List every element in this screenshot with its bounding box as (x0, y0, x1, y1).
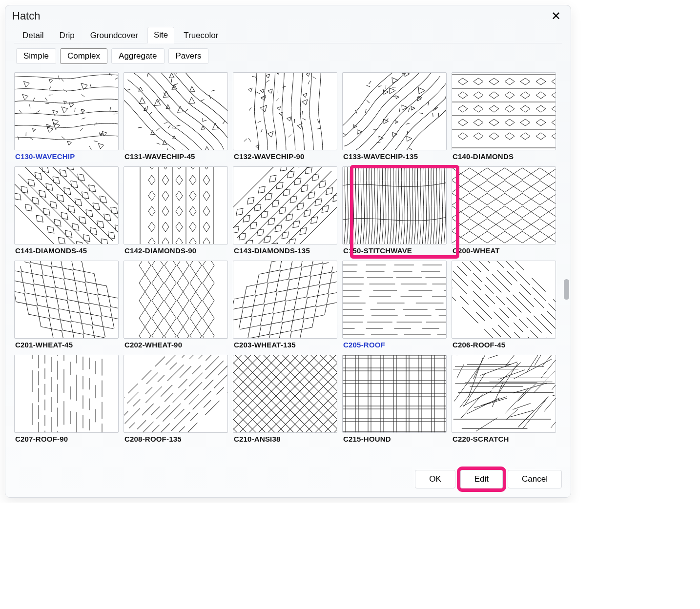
svg-line-80 (261, 129, 263, 132)
svg-line-195 (124, 355, 192, 410)
svg-line-52 (157, 100, 160, 102)
svg-line-36 (167, 125, 170, 128)
svg-line-33 (201, 118, 205, 122)
tab-site[interactable]: Site (147, 27, 174, 43)
pattern-cell: C201-WHEAT-45 (14, 261, 119, 353)
tab-groundcover[interactable]: Groundcover (84, 27, 144, 43)
pattern-cell: C141-DIAMONDS-45 (14, 166, 119, 259)
svg-line-61 (248, 138, 250, 142)
pattern-thumb-c142-diamonds-90[interactable] (124, 166, 228, 244)
subtab-complex[interactable]: Complex (60, 48, 107, 64)
subtab-pavers[interactable]: Pavers (168, 48, 209, 64)
svg-line-30 (223, 121, 226, 124)
svg-line-194 (124, 355, 197, 415)
svg-line-329 (513, 404, 530, 410)
svg-line-190 (134, 355, 214, 432)
svg-line-310 (493, 363, 521, 389)
svg-line-79 (302, 111, 303, 115)
pattern-thumb-c133-wavechip-135[interactable] (342, 72, 447, 150)
svg-line-22 (80, 128, 82, 131)
pattern-label: C202-WHEAT-90 (124, 339, 228, 353)
pattern-thumb-c210-ansi38[interactable] (233, 355, 337, 433)
pattern-thumb-c208-roof-135[interactable] (124, 355, 228, 433)
svg-line-66 (249, 107, 251, 111)
pattern-thumb-c143-diamonds-135[interactable] (233, 166, 337, 244)
svg-line-89 (283, 86, 287, 88)
subtab-aggregate[interactable]: Aggregate (111, 48, 164, 64)
pattern-thumb-c215-hound[interactable] (342, 355, 447, 433)
pattern-label: C141-DIAMONDS-45 (14, 244, 119, 259)
pattern-label: C131-WAVECHIP-45 (124, 150, 228, 164)
pattern-thumb-c130-wavechip[interactable] (14, 72, 119, 150)
svg-line-128 (39, 167, 119, 234)
svg-line-162 (480, 261, 556, 325)
tab-detail[interactable]: Detail (16, 27, 50, 43)
svg-line-141 (265, 185, 337, 244)
svg-line-28 (49, 86, 51, 90)
svg-line-187 (147, 365, 228, 433)
hatch-dialog: Hatch ✕ DetailDripGroundcoverSiteTruecol… (5, 5, 571, 498)
pattern-cell: C130-WAVECHIP (14, 72, 119, 164)
pattern-label: C215-HOUND (342, 433, 447, 447)
svg-line-41 (163, 93, 166, 96)
pattern-label: C203-WHEAT-135 (233, 339, 337, 353)
svg-line-109 (391, 95, 395, 99)
svg-line-82 (304, 73, 306, 73)
pattern-thumb-c141-diamonds-45[interactable] (14, 166, 119, 244)
svg-line-168 (453, 271, 534, 339)
pattern-label: C150-STITCHWAVE (342, 244, 447, 259)
pattern-thumb-c207-roof-90[interactable] (14, 355, 119, 433)
pattern-label: C142-DIAMONDS-90 (124, 244, 228, 259)
pattern-cell: C132-WAVECHIP-90 (233, 72, 337, 164)
pattern-label: C143-DIAMONDS-135 (233, 244, 337, 259)
svg-line-49 (149, 112, 152, 115)
svg-line-188 (143, 361, 223, 433)
pattern-cell: C150-STITCHWAVE (342, 166, 447, 259)
pattern-thumb-c201-wheat-45[interactable] (14, 261, 119, 339)
pattern-thumb-c202-wheat-90[interactable] (124, 261, 228, 339)
pattern-thumb-c132-wavechip-90[interactable] (233, 72, 337, 150)
svg-line-60 (308, 81, 309, 84)
close-icon[interactable]: ✕ (548, 9, 564, 23)
pattern-cell: C143-DIAMONDS-135 (233, 166, 337, 259)
pattern-thumb-c150-stitchwave[interactable] (342, 166, 447, 244)
pattern-cell: C131-WAVECHIP-45 (124, 72, 228, 164)
svg-line-147 (233, 167, 300, 221)
subtab-simple[interactable]: Simple (16, 48, 56, 64)
pattern-grid-wrap: C130-WAVECHIPC131-WAVECHIP-45C132-WAVECH… (14, 69, 562, 463)
pattern-thumb-c206-roof-45[interactable] (452, 261, 556, 339)
pattern-thumb-c131-wavechip-45[interactable] (124, 72, 228, 150)
svg-line-142 (258, 178, 337, 244)
svg-line-186 (152, 370, 228, 433)
pattern-label: C205-ROOF (342, 339, 447, 353)
scrollbar-thumb[interactable] (564, 279, 569, 300)
svg-line-11 (110, 107, 111, 111)
cancel-button[interactable]: Cancel (508, 470, 562, 488)
svg-line-305 (551, 408, 556, 427)
svg-line-90 (377, 141, 381, 144)
tab-drip[interactable]: Drip (53, 27, 81, 43)
pattern-thumb-c140-diamonds[interactable] (452, 72, 556, 150)
svg-line-126 (53, 167, 119, 220)
ok-button[interactable]: OK (415, 470, 455, 488)
svg-line-23 (82, 118, 85, 119)
pattern-cell: C133-WAVECHIP-135 (342, 72, 447, 164)
pattern-thumb-c205-roof[interactable] (342, 261, 447, 339)
pattern-thumb-c203-wheat-135[interactable] (233, 261, 337, 339)
pattern-label: C140-DIAMONDS (452, 150, 556, 164)
svg-line-297 (505, 355, 516, 367)
svg-line-68 (244, 139, 247, 141)
svg-line-98 (369, 81, 371, 84)
svg-line-93 (407, 108, 411, 112)
pattern-cell: C203-WHEAT-135 (233, 261, 337, 353)
pattern-thumb-c220-scratch[interactable] (452, 355, 556, 433)
svg-line-64 (303, 118, 306, 120)
svg-line-327 (553, 390, 556, 396)
svg-line-129 (32, 167, 113, 241)
pattern-cell: C220-SCRATCH (452, 355, 556, 447)
edit-button[interactable]: Edit (460, 470, 503, 488)
pattern-thumb-c200-wheat[interactable] (452, 166, 556, 244)
svg-line-106 (378, 84, 381, 88)
tab-truecolor[interactable]: Truecolor (177, 27, 225, 43)
pattern-grid: C130-WAVECHIPC131-WAVECHIP-45C132-WAVECH… (14, 69, 562, 447)
